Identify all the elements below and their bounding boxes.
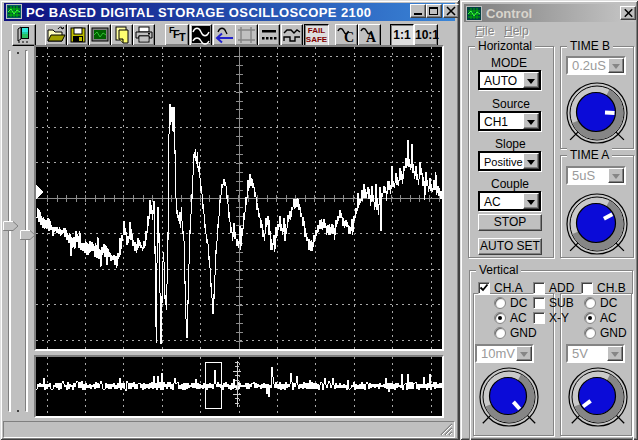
svg-text:A: A [366,30,377,45]
svg-text:C: C [344,30,354,45]
